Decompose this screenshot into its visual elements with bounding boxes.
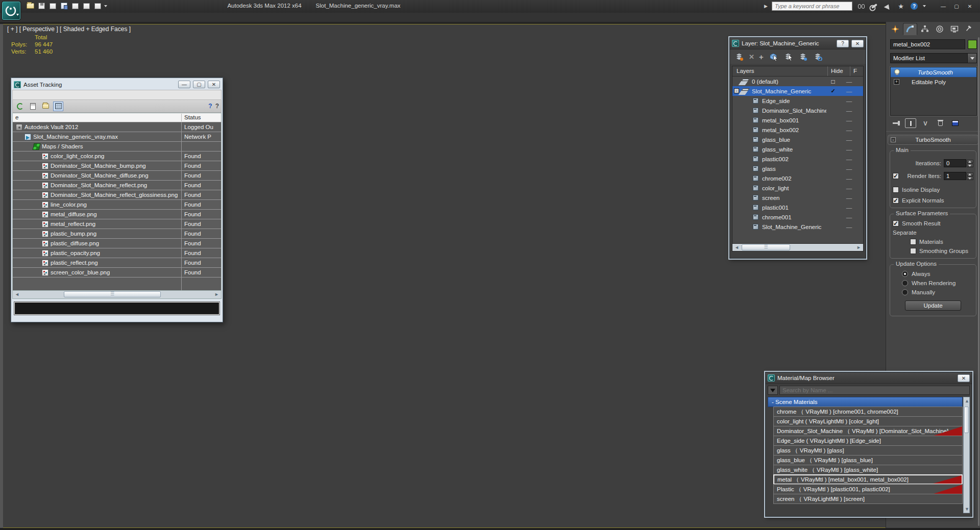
manually-radio[interactable] (902, 289, 908, 295)
render-iters-checkbox[interactable] (893, 173, 899, 179)
modifier-state-icon[interactable] (894, 69, 900, 75)
spin-down-icon[interactable] (967, 176, 973, 180)
current-layer-mark[interactable] (826, 78, 840, 85)
tab-display[interactable] (947, 23, 962, 35)
key-icon[interactable] (870, 2, 879, 11)
material-row[interactable]: glass （ VRayMtl ) [glass] (773, 445, 963, 456)
hide-toggle[interactable]: — (840, 117, 858, 123)
show-end-result-icon[interactable] (905, 118, 916, 128)
path-editor-icon[interactable] (40, 102, 51, 111)
material-browser-titlebar[interactable]: Material/Map Browser ✕ (766, 372, 972, 384)
iterations-spinner[interactable]: 0 (944, 159, 973, 167)
menu-item[interactable] (60, 17, 71, 18)
layer-row[interactable]: - color_light — (732, 183, 863, 193)
help-dropdown-icon[interactable] (923, 5, 926, 7)
menu-item[interactable] (85, 17, 96, 18)
material-row[interactable]: Edge_side ( VRayLightMtl ) [Edge_side] (773, 436, 963, 446)
layer-row[interactable]: - plastic002 — (732, 154, 863, 164)
when-rendering-radio[interactable] (902, 280, 908, 286)
material-vertical-scrollbar[interactable]: ▲ ▼ (963, 397, 970, 513)
asset-tracking-titlebar[interactable]: Asset Tracking — ▢ ✕ (12, 79, 222, 90)
open-file-icon[interactable] (26, 2, 35, 10)
command-panel-scrollbar[interactable] (978, 37, 979, 526)
turbosmooth-rollout-header[interactable]: - TurboSmooth (888, 135, 978, 145)
hide-toggle[interactable]: — (840, 127, 858, 133)
scroll-left-arrow-icon[interactable]: ◄ (15, 292, 19, 297)
help-icon[interactable]: ? (910, 2, 919, 11)
maximize-button[interactable]: ▢ (193, 81, 205, 88)
tab-utilities[interactable] (962, 23, 976, 35)
menu-item[interactable] (158, 17, 169, 18)
hide-toggle[interactable]: — (840, 166, 858, 172)
menu-item[interactable] (36, 17, 47, 18)
asset-table-row[interactable]: screen_color_blue.png Found (13, 268, 221, 277)
minimize-button[interactable]: — (937, 2, 949, 11)
search-input[interactable] (772, 2, 852, 11)
render-iters-spinner[interactable]: 1 (944, 172, 973, 180)
scroll-left-arrow-icon[interactable]: ◄ (734, 245, 739, 250)
add-selection-to-layer-icon[interactable]: + (759, 53, 764, 61)
menu-item[interactable] (72, 17, 84, 18)
asset-table-row[interactable]: Dominator_Slot_Machine_reflect.png Found (13, 181, 221, 190)
materials-checkbox[interactable] (910, 239, 916, 245)
delete-layer-icon[interactable]: ✕ (749, 53, 754, 61)
layer-row[interactable]: - Edge_side — (732, 96, 863, 106)
help-button[interactable]: ? (837, 40, 849, 47)
hide-toggle[interactable]: — (840, 205, 858, 211)
create-new-layer-icon[interactable] (734, 53, 744, 61)
scroll-right-arrow-icon[interactable]: ► (214, 292, 219, 297)
help-blue-icon[interactable]: ? (208, 103, 212, 110)
asset-table-header[interactable]: e Status (12, 113, 222, 122)
hide-toggle[interactable]: — (840, 146, 858, 153)
hide-toggle[interactable]: — (840, 214, 858, 220)
modifier-stack-row[interactable]: TurboSmooth (891, 67, 976, 77)
qat-dropdown-icon[interactable] (104, 5, 107, 7)
material-row[interactable]: Dominator_Slot_Machine （ VRayMtl ) [Domi… (773, 426, 963, 436)
menu-item[interactable] (48, 17, 59, 18)
layer-row[interactable]: - Slot_Machine_Generic — (732, 86, 863, 96)
asset-table-row[interactable]: Slot_Machine_generic_vray.max Network P (13, 132, 221, 142)
favorites-star-icon[interactable]: ★ (896, 2, 905, 11)
asset-table-row[interactable]: plastic_reflect.png Found (13, 258, 221, 268)
layer-row[interactable]: - screen — (732, 193, 863, 203)
table-view-icon[interactable] (53, 102, 63, 111)
asset-table-row[interactable]: Dominator_Slot_Machine_diffuse.png Found (13, 171, 221, 181)
configure-modifier-sets-icon[interactable] (949, 118, 961, 128)
scroll-right-arrow-icon[interactable]: ► (856, 245, 861, 250)
layer-row[interactable]: - Dominator_Slot_Machine — (732, 106, 863, 115)
hide-toggle[interactable]: — (840, 79, 858, 85)
close-button[interactable]: ✕ (208, 81, 220, 88)
always-radio[interactable] (902, 271, 908, 277)
tab-modify[interactable] (903, 23, 917, 35)
layer-properties-icon[interactable] (813, 53, 823, 61)
asset-table-row[interactable]: plastic_bump.png Found (13, 229, 221, 239)
smooth-result-checkbox[interactable] (893, 220, 899, 226)
modifier-list-dropdown[interactable]: Modifier List (890, 53, 977, 63)
redo-icon[interactable] (82, 2, 91, 10)
isoline-display-checkbox[interactable] (893, 187, 899, 193)
explicit-normals-checkbox[interactable] (893, 197, 899, 204)
set-current-layer-icon[interactable] (783, 53, 793, 61)
tab-motion[interactable] (933, 23, 947, 35)
refresh-icon[interactable] (15, 102, 25, 111)
asset-table-row[interactable]: Autodesk Vault 2012 Logged Ou (13, 122, 221, 132)
make-unique-icon[interactable]: V (920, 118, 931, 128)
asset-table-row[interactable]: metal_diffuse.png Found (13, 210, 221, 219)
hide-toggle[interactable]: — (840, 175, 858, 182)
close-button[interactable]: ✕ (851, 40, 864, 47)
undo-icon[interactable] (70, 2, 80, 10)
asset-table-row[interactable]: Dominator_Slot_Machine_reflect_glossines… (13, 190, 221, 200)
scrollbar-thumb[interactable] (964, 407, 969, 433)
material-row[interactable]: color_light ( VRayLightMtl ) [color_ligh… (773, 416, 963, 426)
rem ove-modifier-icon[interactable] (935, 118, 946, 128)
layer-row[interactable]: - Slot_Machine_Generic — (732, 222, 863, 232)
hide-toggle[interactable]: — (840, 108, 858, 114)
get-layer-from-selection-icon[interactable] (798, 53, 808, 61)
asset-table-row[interactable]: Dominator_Slot_Machine_bump.png Found (13, 161, 221, 171)
modifier-stack-row[interactable]: Editable Poly (891, 77, 976, 87)
layer-window-titlebar[interactable]: Layer: Slot_Machine_Generic ? ✕ (730, 38, 866, 49)
titlebar[interactable]: Autodesk 3ds Max 2012 x64Slot_Machine_ge… (0, 0, 980, 13)
material-row[interactable]: Plastic （ VRayMtl ) [plastic001, plastic… (773, 484, 963, 494)
menu-item[interactable] (23, 17, 35, 18)
scrollbar-thumb[interactable] (64, 291, 161, 297)
